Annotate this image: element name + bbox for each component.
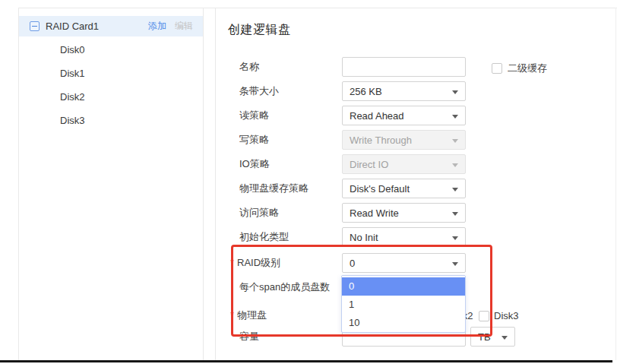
read-policy-select[interactable]: Read Ahead	[342, 106, 466, 125]
capacity-unit-select[interactable]: TB	[470, 327, 515, 347]
form-row-raid-level: *RAID级别 0	[216, 253, 615, 273]
raid-level-select[interactable]: 0	[342, 253, 466, 273]
sidebar-right-border	[203, 8, 204, 360]
add-link[interactable]: 添加	[148, 20, 166, 33]
raid-level-label: *RAID级别	[230, 253, 280, 273]
stripe-size-label: 条带大小	[239, 81, 279, 101]
read-policy-value: Read Ahead	[350, 110, 404, 122]
disk-list: Disk0 Disk1 Disk2 Disk3	[19, 38, 203, 132]
chevron-down-icon	[452, 188, 458, 191]
chevron-down-icon	[452, 139, 458, 143]
raid-tree-sidebar: RAID Card1 添加 编辑 Disk0 Disk1 Disk2 Disk3	[19, 8, 203, 359]
form-row-init-type: 初始化类型 No Init	[216, 227, 615, 247]
page-title: 创建逻辑盘	[228, 22, 291, 38]
write-policy-select: Write Through	[342, 130, 466, 150]
access-policy-label: 访问策略	[239, 203, 279, 223]
screenshot-bottom-border	[0, 360, 612, 362]
disk-cache-policy-label: 物理盘缓存策略	[239, 179, 308, 198]
stripe-size-value: 256 KB	[350, 86, 382, 97]
chevron-down-icon	[502, 336, 508, 340]
chevron-down-icon	[452, 212, 458, 216]
secondary-cache-label: 二级缓存	[508, 62, 547, 75]
edit-link[interactable]: 编辑	[175, 20, 193, 33]
form-row-write-policy: 写策略 Write Through	[216, 130, 615, 150]
write-policy-value: Write Through	[350, 135, 412, 146]
form-row-read-policy: 读策略 Read Ahead	[216, 106, 615, 125]
disk-cache-policy-select[interactable]: Disk's Default	[342, 179, 466, 198]
write-policy-label: 写策略	[239, 130, 269, 150]
form-row-access-policy: 访问策略 Read Write	[216, 203, 615, 223]
form-row-io-policy: IO策略 Direct IO	[216, 154, 615, 174]
raid-management-screen: RAID Card1 添加 编辑 Disk0 Disk1 Disk2 Disk3…	[0, 0, 617, 364]
tree-node-disk3[interactable]: Disk3	[19, 109, 203, 132]
access-policy-value: Read Write	[350, 207, 399, 219]
disk3-checkbox[interactable]	[479, 311, 489, 321]
form-row-name: 名称 二级缓存	[216, 57, 615, 77]
init-type-select[interactable]: No Init	[342, 227, 466, 247]
capacity-label: 容量	[239, 327, 259, 347]
tree-node-disk0[interactable]: Disk0	[19, 38, 203, 62]
access-policy-select[interactable]: Read Write	[342, 203, 466, 223]
raid-level-option-0[interactable]: 0	[342, 277, 465, 296]
required-marker: *	[230, 257, 234, 268]
raid-level-option-10[interactable]: 10	[342, 314, 465, 332]
form-row-disk-cache-policy: 物理盘缓存策略 Disk's Default	[216, 179, 615, 198]
stripe-size-select[interactable]: 256 KB	[342, 81, 466, 101]
raid-level-value: 0	[350, 258, 355, 269]
chevron-down-icon	[452, 262, 458, 266]
chevron-down-icon	[452, 163, 458, 167]
chevron-down-icon	[452, 236, 458, 240]
init-type-value: No Init	[350, 232, 378, 243]
io-policy-select: Direct IO	[342, 154, 466, 174]
chevron-down-icon	[452, 115, 458, 119]
io-policy-label: IO策略	[239, 154, 270, 174]
span-members-label: 每个span的成员盘数	[239, 277, 330, 297]
disk-cache-policy-value: Disk's Default	[350, 183, 410, 195]
tree-node-disk2[interactable]: Disk2	[19, 85, 203, 109]
disk3-checkbox-label: Disk3	[494, 310, 519, 321]
io-policy-value: Direct IO	[350, 159, 388, 170]
init-type-label: 初始化类型	[239, 227, 289, 247]
secondary-cache-checkbox[interactable]	[492, 63, 502, 74]
read-policy-label: 读策略	[239, 106, 269, 125]
form-row-stripe-size: 条带大小 256 KB	[216, 81, 615, 101]
name-label: 名称	[239, 57, 259, 77]
required-marker: *	[230, 309, 234, 321]
main-panel-right-border	[615, 8, 616, 360]
tree-node-raid-card[interactable]: RAID Card1 添加 编辑	[19, 16, 203, 36]
physical-disks-label: *物理盘	[230, 305, 267, 325]
raid-level-option-1[interactable]: 1	[342, 296, 465, 314]
raid-card-label: RAID Card1	[46, 21, 99, 32]
minus-square-icon[interactable]	[30, 21, 40, 31]
name-input[interactable]	[342, 57, 466, 77]
raid-level-dropdown-menu: 0 1 10	[341, 275, 466, 333]
tree-node-disk1[interactable]: Disk1	[19, 62, 203, 85]
chevron-down-icon	[452, 90, 458, 94]
capacity-unit-value: TB	[478, 331, 491, 343]
